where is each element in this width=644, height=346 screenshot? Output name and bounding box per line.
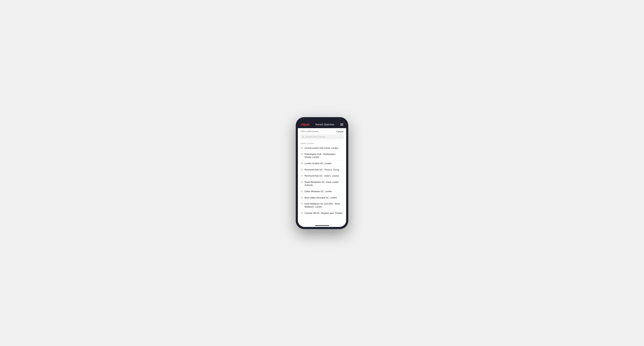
course-list-item[interactable]: Roehampton Club - Roehampton, Greater Lo… (298, 151, 346, 161)
nearby-label: Nearby courses (298, 141, 346, 145)
cancel-button[interactable]: Cancel (336, 130, 343, 133)
course-name: Richmond Park GC - Duke's, London (304, 174, 339, 177)
svg-point-8 (302, 191, 302, 191)
location-pin-icon (301, 169, 303, 171)
menu-icon[interactable] (340, 123, 343, 126)
course-list-item[interactable]: Richmond Park GC - Duke's, London (298, 173, 346, 179)
course-name: Coombe Hill GC, Kingston upon Thames (304, 212, 342, 215)
svg-line-1 (304, 137, 304, 138)
course-list-item[interactable]: Royal Wimbledon GC, Great London Authori… (298, 179, 346, 188)
svg-point-9 (302, 197, 302, 197)
svg-point-6 (302, 175, 302, 176)
find-label: Find a Golf Course (301, 130, 318, 133)
search-input[interactable] (305, 136, 342, 138)
nav-title: Recent Searches (315, 123, 334, 126)
location-pin-icon (301, 190, 303, 193)
home-indicator (315, 225, 329, 226)
location-pin-icon (301, 181, 303, 183)
svg-point-3 (302, 154, 302, 154)
course-list-item[interactable]: Central London Golf Centre, London (298, 145, 346, 152)
location-pin-icon (301, 162, 303, 165)
course-list-item[interactable]: London Scottish GC, London (298, 161, 346, 167)
nav-bar: clippd Recent Searches (298, 121, 346, 128)
course-list-item[interactable]: Brent Valley Municipal GC, London (298, 195, 346, 201)
course-list-item[interactable]: North Middlesex GC (1011942 - North Midd… (298, 201, 346, 210)
location-pin-icon (301, 203, 303, 205)
location-pin-icon (301, 196, 303, 199)
app-logo: clippd (301, 123, 310, 126)
location-pin-icon (301, 212, 303, 214)
course-list-item[interactable]: Richmond Park GC - Prince's, Surrey (298, 167, 346, 173)
course-name: Dukes Meadows GC, London (304, 190, 332, 193)
course-list: Central London Golf Centre, London Roeha… (298, 145, 346, 216)
svg-point-5 (302, 169, 302, 170)
find-header: Find a Golf Course Cancel (298, 128, 346, 134)
svg-point-4 (302, 163, 302, 163)
course-name: Central London Golf Centre, London (304, 147, 338, 150)
svg-point-7 (302, 182, 302, 182)
search-icon (302, 136, 304, 138)
course-name: Richmond Park GC - Prince's, Surrey (304, 168, 339, 171)
location-pin-icon (301, 175, 303, 177)
content-area: Find a Golf Course Cancel Nearby courses (298, 128, 346, 227)
course-name: London Scottish GC, London (304, 162, 332, 165)
course-list-item[interactable]: Dukes Meadows GC, London (298, 188, 346, 195)
search-box[interactable] (300, 134, 344, 139)
search-container (298, 134, 346, 141)
location-pin-icon (301, 153, 303, 156)
phone-screen: clippd Recent Searches Find a Golf Cours… (298, 119, 346, 227)
svg-point-10 (302, 203, 302, 204)
course-name: Roehampton Club - Roehampton, Greater Lo… (304, 153, 343, 159)
course-name: North Middlesex GC (1011942 - North Midd… (304, 202, 343, 208)
svg-point-2 (302, 147, 302, 148)
course-name: Royal Wimbledon GC, Great London Authori… (304, 181, 343, 187)
status-bar (298, 119, 346, 121)
course-name: Brent Valley Municipal GC, London (304, 196, 337, 199)
svg-point-11 (302, 213, 302, 213)
phone-device: clippd Recent Searches Find a Golf Cours… (296, 117, 348, 229)
location-pin-icon (301, 147, 303, 149)
course-list-item[interactable]: Coombe Hill GC, Kingston upon Thames (298, 210, 346, 216)
